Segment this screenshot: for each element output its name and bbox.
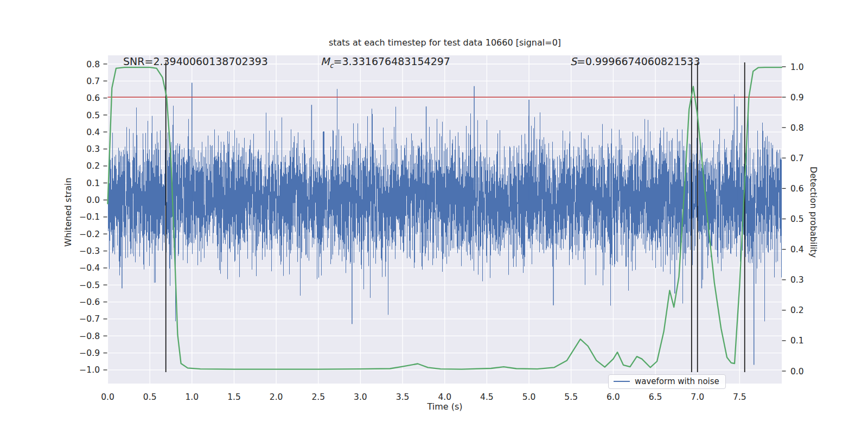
x-tick-label: 2.5 [311, 392, 325, 402]
y-tick-label-right: 0.9 [790, 93, 804, 103]
s-value: =0.9996674060821533 [577, 55, 700, 67]
mc-value: =3.331676483154297 [334, 55, 450, 67]
y-tick-label-right: 0.8 [790, 123, 804, 133]
x-tick-label: 0.5 [143, 392, 157, 402]
y-tick-label-left: −0.9 [79, 348, 100, 358]
y-axis-label-left: Whitened strain [63, 177, 73, 246]
y-tick-label-right: 0.3 [790, 275, 804, 285]
y-tick-label-right: 0.7 [790, 154, 804, 163]
y-tick-label-left: 0.3 [86, 144, 100, 154]
y-tick-label-left: −0.1 [79, 212, 100, 222]
y-axis-label-right: Detection probability [808, 167, 819, 258]
y-tick-label-right: 0.4 [790, 245, 804, 254]
x-tick-label: 5.5 [564, 392, 578, 402]
y-tick-label-left: 0.7 [86, 76, 100, 86]
x-tick-label: 2.0 [270, 392, 283, 402]
snr-annotation: SNR=2.3940060138702393 [123, 56, 268, 69]
x-tick-label: 4.5 [480, 392, 494, 402]
figure: 0.80.70.60.50.40.30.20.10.0−0.1−0.2−0.3−… [0, 0, 868, 434]
y-tick-label-right: 0.0 [790, 367, 804, 376]
chart-title: stats at each timestep for test data 106… [329, 37, 561, 48]
y-tick-label-left: 0.5 [86, 111, 100, 120]
y-tick-label-right: 0.5 [790, 214, 804, 224]
x-tick-label: 7.5 [733, 392, 746, 402]
snr-label: SNR [123, 55, 144, 67]
x-tick-label: 5.0 [522, 392, 536, 402]
x-tick-label: 6.0 [607, 392, 620, 402]
y-tick-label-left: −1.0 [79, 365, 100, 375]
y-tick-label-right: 1.0 [790, 62, 804, 72]
y-tick-label-right: 0.2 [790, 305, 804, 315]
x-tick-label: 1.5 [227, 392, 241, 402]
x-tick-label: 3.0 [354, 392, 367, 402]
y-tick-label-right: 0.6 [790, 184, 804, 194]
y-tick-label-left: 0.4 [86, 127, 100, 137]
y-tick-label-left: −0.4 [79, 263, 100, 273]
x-tick-label: 1.0 [185, 392, 199, 402]
s-label: S [570, 55, 577, 67]
y-tick-label-right: 0.1 [790, 336, 804, 346]
y-tick-label-left: −0.7 [79, 314, 100, 324]
x-tick-label: 6.5 [649, 392, 662, 402]
y-tick-label-left: 0.6 [86, 93, 100, 103]
legend-label: waveform with noise [635, 376, 719, 386]
y-tick-label-left: −0.6 [79, 297, 100, 307]
y-tick-label-left: −0.3 [79, 246, 100, 256]
y-tick-label-left: 0.2 [86, 161, 100, 171]
snr-value: =2.3940060138702393 [144, 55, 267, 67]
y-tick-label-left: 0.8 [86, 60, 100, 69]
x-tick-label: 4.0 [438, 392, 451, 402]
y-tick-label-left: −0.8 [79, 331, 100, 341]
chirp-mass-annotation: Mc=3.331676483154297 [321, 56, 450, 69]
x-tick-label: 3.5 [396, 392, 410, 402]
x-tick-label: 7.0 [691, 392, 704, 402]
y-tick-label-left: −0.5 [79, 280, 100, 290]
legend-line-sample [614, 381, 630, 382]
x-axis-label: Time (s) [426, 401, 462, 412]
y-tick-label-left: 0.0 [86, 195, 100, 205]
y-tick-label-left: 0.1 [86, 178, 100, 188]
legend: waveform with noise [608, 374, 726, 389]
score-annotation: S=0.9996674060821533 [570, 56, 700, 69]
x-tick-label: 0.0 [101, 392, 114, 402]
mc-label: M [321, 55, 329, 67]
y-tick-label-left: −0.2 [79, 229, 100, 239]
